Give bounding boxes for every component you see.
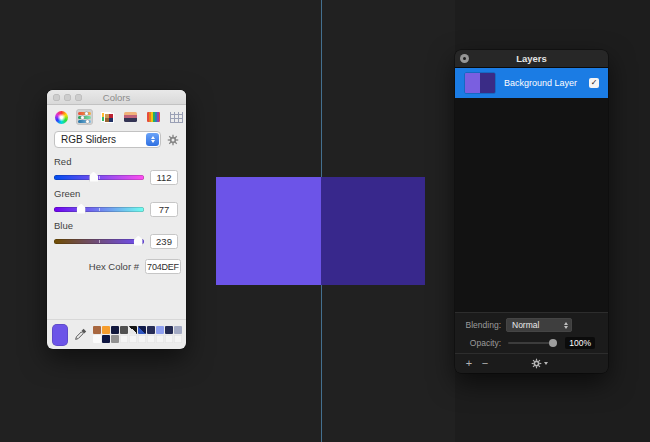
palette-swatch[interactable]: [129, 335, 137, 343]
palettes-icon: [101, 112, 114, 123]
palette-swatch[interactable]: [138, 326, 146, 334]
palette-swatch[interactable]: [120, 335, 128, 343]
tab-pattern[interactable]: [168, 109, 185, 125]
add-layer-button[interactable]: +: [463, 354, 475, 373]
blending-label: Blending:: [455, 320, 506, 330]
slider-label: Green: [54, 188, 178, 199]
eyedropper-icon: [74, 328, 87, 341]
opacity-knob[interactable]: [549, 339, 557, 347]
zoom-button[interactable]: [75, 94, 82, 101]
palette-swatch[interactable]: [174, 326, 182, 334]
tab-color-wheel[interactable]: [53, 109, 70, 125]
slider-midpoint-tick: [99, 208, 100, 211]
tab-color-sliders[interactable]: [76, 109, 93, 125]
slider-track[interactable]: [54, 207, 144, 212]
slider-value-field[interactable]: 77: [150, 202, 178, 217]
hex-color-label: Hex Color #: [89, 261, 139, 272]
slider-value-field[interactable]: 112: [150, 170, 178, 185]
color-well[interactable]: [52, 324, 68, 346]
slider-midpoint-tick: [99, 176, 100, 179]
layers-title: Layers: [516, 53, 547, 64]
slider-midpoint-tick: [99, 240, 100, 243]
canvas-left-half[interactable]: [216, 177, 321, 285]
palette-swatch[interactable]: [165, 326, 173, 334]
gear-icon: [531, 358, 542, 369]
canvas-right-half[interactable]: [321, 177, 425, 285]
rgb-slider-red: Red112: [54, 156, 178, 185]
palette-swatch[interactable]: [156, 335, 164, 343]
layer-name: Background Layer: [504, 78, 580, 88]
palette-swatch[interactable]: [174, 335, 182, 343]
layer-thumbnail: [465, 73, 495, 93]
hex-color-field[interactable]: 704DEF: [145, 259, 181, 274]
mode-dropdown[interactable]: RGB Sliders: [54, 131, 161, 148]
palette-swatch[interactable]: [156, 326, 164, 334]
opacity-value: 100%: [565, 337, 595, 349]
opacity-label: Opacity:: [455, 338, 506, 348]
colors-toolbar: [47, 105, 186, 126]
palette-swatch[interactable]: [93, 326, 101, 334]
rgb-sliders: Red112Green77Blue239: [47, 148, 186, 249]
opacity-slider[interactable]: [508, 342, 557, 344]
gear-icon[interactable]: [167, 134, 179, 146]
palette-swatch[interactable]: [111, 335, 119, 343]
palette-swatch[interactable]: [93, 335, 101, 343]
colors-titlebar[interactable]: Colors: [47, 90, 186, 105]
layer-row[interactable]: Background Layer ✓: [455, 68, 608, 98]
canvas-rectangle[interactable]: [216, 177, 425, 285]
minimize-button[interactable]: [64, 94, 71, 101]
remove-layer-button[interactable]: −: [479, 354, 491, 373]
layer-list-empty-area[interactable]: [455, 98, 608, 312]
dropdown-stepper-icon: [564, 318, 568, 332]
colors-swatch-bar: [47, 319, 186, 349]
slider-track[interactable]: [54, 239, 144, 244]
palette-swatch[interactable]: [165, 335, 173, 343]
palette-swatch[interactable]: [102, 335, 110, 343]
layer-thumb-left: [465, 73, 480, 93]
palette-swatch[interactable]: [102, 326, 110, 334]
swatch-grid: [93, 326, 182, 343]
layers-footer: Blending: Normal Opacity: 100%: [455, 312, 608, 353]
slider-label: Red: [54, 156, 178, 167]
tab-pencils[interactable]: [145, 109, 162, 125]
sliders-icon: [78, 112, 91, 123]
layers-bottom-bar: + −: [455, 353, 608, 373]
palette-swatch[interactable]: [120, 326, 128, 334]
tab-color-palettes[interactable]: [99, 109, 116, 125]
window-controls: [53, 94, 82, 101]
tab-image-palettes[interactable]: [122, 109, 139, 125]
slider-thumb[interactable]: [134, 236, 143, 246]
slider-value-field[interactable]: 239: [150, 234, 178, 249]
colors-panel: Colors RGB Sliders: [47, 90, 186, 349]
layer-thumb-right: [480, 73, 495, 93]
mode-dropdown-value: RGB Sliders: [55, 134, 116, 145]
blending-value: Normal: [512, 320, 539, 330]
palette-swatch[interactable]: [138, 335, 146, 343]
palette-swatch[interactable]: [147, 335, 155, 343]
blending-dropdown[interactable]: Normal: [506, 318, 572, 332]
rgb-slider-green: Green77: [54, 188, 178, 217]
slider-thumb[interactable]: [77, 204, 86, 214]
chevron-down-icon: [544, 362, 548, 365]
palette-swatch[interactable]: [147, 326, 155, 334]
layer-actions-button[interactable]: [531, 358, 548, 369]
rgb-slider-blue: Blue239: [54, 220, 178, 249]
eyedropper-button[interactable]: [74, 328, 87, 342]
pattern-icon: [170, 112, 183, 123]
pencils-icon: [147, 112, 160, 122]
desktop: Colors RGB Sliders: [0, 0, 650, 442]
layers-panel: Layers Background Layer ✓ Blending: Norm…: [455, 50, 608, 373]
layers-titlebar[interactable]: Layers: [455, 50, 608, 68]
dropdown-stepper-icon: [146, 133, 159, 146]
slider-track[interactable]: [54, 175, 144, 180]
slider-label: Blue: [54, 220, 178, 231]
color-wheel-icon: [55, 111, 68, 124]
slider-thumb[interactable]: [89, 172, 98, 182]
close-icon[interactable]: [460, 54, 469, 63]
layer-visibility-checkbox[interactable]: ✓: [589, 78, 599, 88]
image-palettes-icon: [124, 112, 137, 122]
panel-title: Colors: [103, 92, 130, 103]
palette-swatch[interactable]: [129, 326, 137, 334]
close-button[interactable]: [53, 94, 60, 101]
palette-swatch[interactable]: [111, 326, 119, 334]
